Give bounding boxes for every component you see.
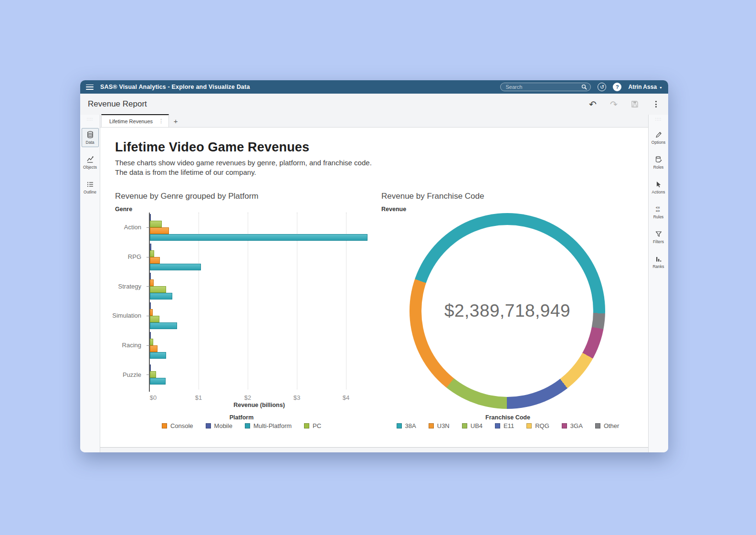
bar-puzzle-pc[interactable]	[150, 371, 156, 378]
user-menu[interactable]: Atrin Assa ▼	[628, 84, 662, 90]
user-name: Atrin Assa	[628, 84, 657, 90]
search-box[interactable]	[500, 83, 591, 91]
objects-chart-icon	[86, 156, 94, 163]
svg-text:=>: =>	[656, 209, 660, 213]
rail-item-rules[interactable]: <==>Rules	[650, 203, 667, 222]
bar-chart-legend: ConsoleMobileMulti-PlatformPC	[115, 422, 368, 429]
bar-group-puzzle	[150, 364, 371, 385]
bar-racing-mobile[interactable]	[150, 332, 151, 339]
bar-group-racing	[150, 332, 371, 359]
add-page-button[interactable]: +	[169, 115, 182, 127]
bar-simulation-mobile[interactable]	[150, 302, 151, 309]
rail-item-data[interactable]: Data	[82, 128, 99, 147]
page-subtitle: These charts show video game revenues by…	[115, 158, 372, 177]
bar-strategy-multi-platform[interactable]	[150, 293, 172, 300]
legend-swatch	[462, 423, 467, 428]
bar-group-strategy	[150, 273, 371, 300]
filter-funnel-icon	[655, 230, 662, 238]
rail-item-label: Data	[86, 140, 94, 145]
donut-chart-panel[interactable]: Revenue by Franchise Code Revenue $2,389…	[381, 192, 639, 213]
rules-compare-icon: <==>	[655, 205, 662, 213]
legend-item-rqg[interactable]: RQG	[526, 422, 549, 429]
rail-item-label: Roles	[653, 165, 664, 170]
bar-action-console[interactable]	[150, 227, 169, 234]
bar-strategy-mobile[interactable]	[150, 273, 151, 279]
legend-item-multi-platform[interactable]: Multi-Platform	[245, 422, 292, 429]
more-options-icon[interactable]	[651, 99, 661, 109]
rail-item-objects[interactable]: Objects	[82, 153, 99, 172]
bar-puzzle-mobile[interactable]	[150, 364, 151, 371]
legend-label: PC	[313, 422, 321, 429]
y-tick-mark	[147, 227, 149, 228]
rail-item-label: Ranks	[652, 264, 664, 269]
help-icon[interactable]: ?	[613, 83, 621, 91]
search-input[interactable]	[505, 84, 581, 90]
legend-label: 3GA	[570, 422, 583, 429]
right-panel-rail: ········ OptionsRolesActions<==>RulesFil…	[648, 115, 668, 452]
legend-item-3ga[interactable]: 3GA	[562, 422, 583, 429]
x-tick-label: $0	[150, 394, 157, 401]
tab-menu-icon[interactable]: ⋮	[158, 118, 164, 124]
legend-swatch	[304, 423, 309, 428]
bar-simulation-pc[interactable]	[150, 316, 159, 322]
page-title: Lifetime Video Game Revenues	[115, 140, 372, 155]
search-icon[interactable]	[581, 84, 587, 90]
legend-swatch	[429, 423, 434, 428]
legend-item-other[interactable]: Other	[595, 422, 620, 429]
bar-action-mobile[interactable]	[150, 214, 151, 221]
bar-strategy-pc[interactable]	[150, 286, 166, 293]
rail-item-options[interactable]: Options	[650, 128, 667, 147]
legend-label: Multi-Platform	[253, 422, 292, 429]
legend-item-mobile[interactable]: Mobile	[206, 422, 232, 429]
rail-item-filters[interactable]: Filters	[650, 227, 667, 246]
rail-item-label: Outline	[84, 190, 96, 194]
history-icon[interactable]: ↺	[598, 83, 606, 91]
y-tick-mark	[147, 286, 149, 287]
panel-drag-handle[interactable]: ········	[655, 118, 662, 121]
donut-legend-title: Franchise Code	[381, 414, 634, 421]
rail-item-label: Actions	[652, 190, 665, 194]
rail-item-ranks[interactable]: Ranks	[650, 252, 667, 271]
legend-item-38a[interactable]: 38A	[397, 422, 416, 429]
undo-button[interactable]: ↶	[588, 99, 598, 109]
bar-racing-multi-platform[interactable]	[150, 352, 166, 359]
bar-racing-console[interactable]	[150, 345, 158, 352]
rail-item-roles[interactable]: Roles	[650, 153, 667, 172]
legend-item-ub4[interactable]: UB4	[462, 422, 483, 429]
bar-rpg-pc[interactable]	[150, 250, 154, 257]
bar-rpg-mobile[interactable]	[150, 244, 151, 250]
bar-rpg-multi-platform[interactable]	[150, 264, 201, 270]
legend-label: U3N	[437, 422, 450, 429]
bar-action-multi-platform[interactable]	[150, 234, 368, 241]
legend-item-u3n[interactable]: U3N	[429, 422, 450, 429]
bar-strategy-console[interactable]	[150, 279, 154, 286]
rail-item-actions[interactable]: Actions	[650, 178, 667, 197]
legend-label: E11	[504, 422, 514, 429]
menu-icon[interactable]	[86, 85, 94, 90]
save-button[interactable]	[630, 99, 640, 109]
genre-label-strategy: Strategy	[111, 271, 146, 301]
legend-item-pc[interactable]: PC	[304, 422, 321, 429]
bar-action-pc[interactable]	[150, 221, 162, 227]
y-tick-mark	[147, 345, 149, 346]
bar-chart-y-axis-name: Genre	[115, 206, 373, 213]
panel-drag-handle[interactable]: ········	[87, 118, 93, 121]
x-tick-label: $1	[195, 394, 202, 401]
chevron-down-icon: ▼	[659, 86, 662, 89]
legend-item-e11[interactable]: E11	[495, 422, 514, 429]
bar-chart-panel[interactable]: Revenue by Genre grouped by Platform Gen…	[115, 192, 373, 213]
bar-simulation-multi-platform[interactable]	[150, 322, 177, 329]
genre-label-action: Action	[111, 213, 146, 242]
bar-racing-pc[interactable]	[150, 339, 153, 345]
genre-label-racing: Racing	[111, 331, 146, 360]
bar-simulation-console[interactable]	[150, 309, 153, 316]
bar-puzzle-multi-platform[interactable]	[150, 378, 166, 385]
donut-ring[interactable]: $2,389,718,949	[410, 213, 605, 409]
tab-lifetime-revenues[interactable]: Lifetime Revenues ⋮	[101, 114, 169, 127]
rail-item-outline[interactable]: Outline	[82, 178, 99, 197]
bar-rpg-console[interactable]	[150, 257, 160, 264]
legend-item-console[interactable]: Console	[162, 422, 193, 429]
redo-button[interactable]: ↷	[609, 99, 619, 109]
legend-swatch	[495, 423, 500, 428]
legend-label: Other	[604, 422, 620, 429]
